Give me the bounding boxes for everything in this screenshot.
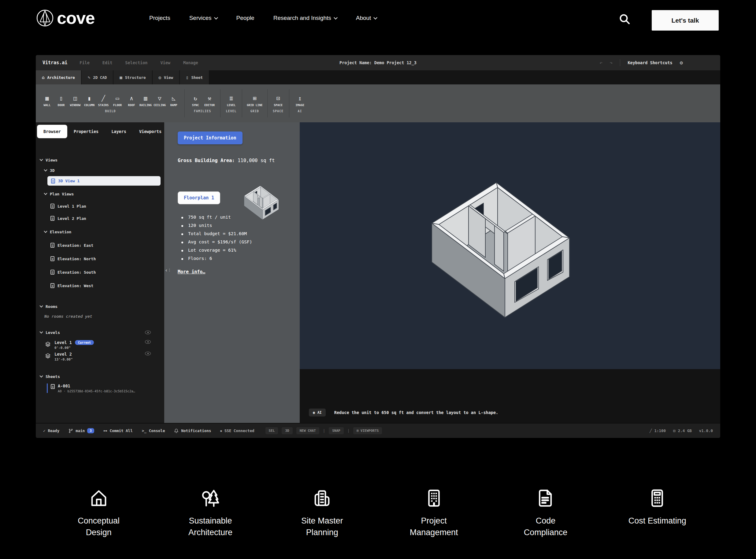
tree-item-3d-view-1-selected[interactable]: 3D View 1 [47, 176, 160, 186]
more-info-link[interactable]: More info… [178, 269, 205, 275]
tree-item-elevation[interactable]: Elevation: East [50, 241, 164, 249]
floorplan-stat: Floors: 6 [180, 256, 300, 261]
app-main: Browser Properties Layers Viewports View… [36, 122, 720, 423]
ribbon-tool[interactable]: ▭ FLOOR [110, 94, 125, 107]
visibility-eye-icon[interactable] [145, 331, 151, 334]
ribbon-tool[interactable]: ⚒ EDITOR [202, 94, 217, 107]
file-icon [50, 243, 54, 248]
tree-section-rooms[interactable]: Rooms [40, 303, 164, 310]
chevron-down-icon [40, 304, 43, 307]
tree-section-views[interactable]: Views [40, 156, 164, 164]
sidebar-tab-browser[interactable]: Browser [37, 125, 67, 138]
ribbon-tool[interactable]: ▽ CEILING [153, 94, 167, 107]
level-elevation: 13'-0.00" [54, 357, 73, 361]
tab-architecture[interactable]: ⌂ Architecture [36, 70, 81, 84]
memory-indicator: ⊟ 2.4 GB [673, 428, 692, 433]
git-branch-indicator[interactable]: main 3 [68, 428, 94, 433]
visibility-eye-icon[interactable] [145, 352, 151, 355]
ribbon-tool[interactable]: ↥ IMAGE [293, 94, 307, 107]
divider [220, 89, 221, 117]
ribbon-tool[interactable]: ≣ LEVEL [224, 94, 238, 107]
nav-item-projects[interactable]: Projects [149, 15, 170, 21]
sidebar-tab-properties[interactable]: Properties [67, 125, 105, 138]
tool-icon: ▮ [87, 94, 91, 102]
3d-viewport[interactable] [300, 122, 720, 369]
tab-view[interactable]: ◎ View [153, 70, 179, 84]
menu-item[interactable]: Manage [183, 60, 198, 65]
nav-item-services[interactable]: Services [189, 15, 218, 21]
ribbon-tool[interactable]: ▮ COLUMN [82, 94, 96, 107]
notifications-button[interactable]: Notifications [174, 428, 211, 433]
search-icon[interactable] [618, 13, 630, 25]
cove-logo[interactable]: cove [36, 8, 95, 28]
tab-2d-cad[interactable]: ✎ 2D CAD [82, 70, 113, 84]
console-button[interactable]: >_ Console [142, 428, 165, 433]
viewports-chip[interactable]: ⊞ VIEWPORTS [353, 427, 382, 434]
undo-icon[interactable]: ↶ [599, 60, 602, 66]
tree-section-3d[interactable]: 3D [44, 166, 164, 174]
ribbon-tool[interactable]: ▦ WALL [40, 94, 54, 107]
ribbon-tool[interactable]: ▯ DOOR [54, 94, 68, 107]
ribbon-tool[interactable]: ╱ STAIRS [96, 94, 110, 107]
ribbon-tool[interactable]: ▥ RAILING [138, 94, 153, 107]
3d-chip[interactable]: 3D [282, 427, 292, 434]
ribbon-tool[interactable]: ↻ SYNC [188, 94, 202, 107]
floorplan-button[interactable]: Floorplan 1 [178, 192, 220, 204]
menu-item[interactable]: View [160, 60, 170, 65]
panel-collapse-handle[interactable]: ‹⋮ [165, 267, 171, 273]
tool-icon: ╱ [102, 94, 105, 102]
eye-icon: ◎ [159, 75, 161, 80]
tree-item-elevation[interactable]: Elevation: West [50, 282, 164, 290]
tree-section-sheets[interactable]: Sheets [40, 373, 164, 380]
menu-item[interactable]: Edit [103, 60, 113, 65]
ribbon-tool[interactable]: ⊡ SPACE [271, 94, 285, 107]
ribbon-tool[interactable]: ⊞ GRID LINE [246, 94, 263, 107]
ribbon-group-ai: ↥ IMAGE AI [293, 94, 307, 113]
tree-section-plan-views[interactable]: Plan Views [44, 190, 164, 198]
commit-all-button[interactable]: ⊶ Commit All [103, 428, 133, 433]
ribbon-tool[interactable]: ◫ WINDOW [68, 94, 82, 107]
tool-icon: ⚒ [208, 94, 211, 102]
visibility-eye-icon[interactable] [145, 340, 151, 344]
snap-chip[interactable]: SNAP [329, 427, 344, 434]
layers-icon [45, 353, 51, 359]
tool-icon: ▭ [116, 94, 119, 102]
house-icon [89, 488, 109, 508]
gear-icon[interactable]: ⚙ [680, 60, 683, 66]
sheet-item-a001[interactable]: A-001 A0 · b255738d-0345-45fc-b81c-3c5b5… [47, 383, 164, 393]
new-chat-chip[interactable]: NEW CHAT [296, 427, 319, 434]
sidebar-tab-layers[interactable]: Layers [105, 125, 133, 138]
nav-item-about[interactable]: About [356, 15, 377, 21]
menu-item[interactable]: File [80, 60, 90, 65]
status-chips: SEL 3D NEW CHAT | SNAP | ⊞ VIEWPORTS [265, 427, 382, 434]
tree-item-plan[interactable]: Level 2 Plan [50, 215, 164, 222]
level-row-2[interactable]: Level 2 13'-0.00" [45, 352, 164, 361]
ribbon-tool[interactable]: ◺ RAMP [167, 94, 181, 107]
tree-item-plan[interactable]: Level 1 Plan [50, 202, 164, 210]
tree-section-levels[interactable]: Levels [40, 329, 164, 336]
tool-icon: ∧ [130, 94, 133, 102]
tree-item-elevation[interactable]: Elevation: North [50, 255, 164, 263]
menu-item[interactable]: Selection [125, 60, 148, 65]
scale-indicator: ╱ 1:100 [650, 428, 666, 433]
file-icon [51, 384, 55, 389]
ribbon-tool[interactable]: ∧ ROOF [125, 94, 138, 107]
branch-count-badge: 3 [87, 428, 94, 433]
tab-sheet[interactable]: ▯ Sheet [180, 70, 209, 84]
project-information-button[interactable]: Project Information [178, 132, 243, 144]
nav-links: Projects Services People Research and In… [149, 0, 377, 36]
feature-site-master-planning: Site Master Planning [266, 488, 378, 538]
redo-icon[interactable]: ↷ [610, 60, 613, 66]
tab-structure[interactable]: ▦ Structure [113, 70, 152, 84]
tree-item-elevation[interactable]: Elevation: South [50, 268, 164, 276]
ruler-icon: ╱ [650, 428, 652, 433]
nav-item-people[interactable]: People [237, 15, 254, 21]
tree-section-elevation[interactable]: Elevation [44, 228, 164, 236]
keyboard-shortcuts-button[interactable]: Keyboard Shortcuts [627, 60, 672, 65]
nav-item-research[interactable]: Research and Insights [273, 15, 337, 21]
upload-icon: ↥ [298, 94, 302, 102]
lets-talk-button[interactable]: Let's talk [652, 10, 719, 30]
level-row-1[interactable]: Level 1 Current 0'-0.00" [45, 340, 164, 350]
sidebar-tab-viewports[interactable]: Viewports [133, 125, 168, 138]
sel-chip[interactable]: SEL [265, 427, 278, 434]
